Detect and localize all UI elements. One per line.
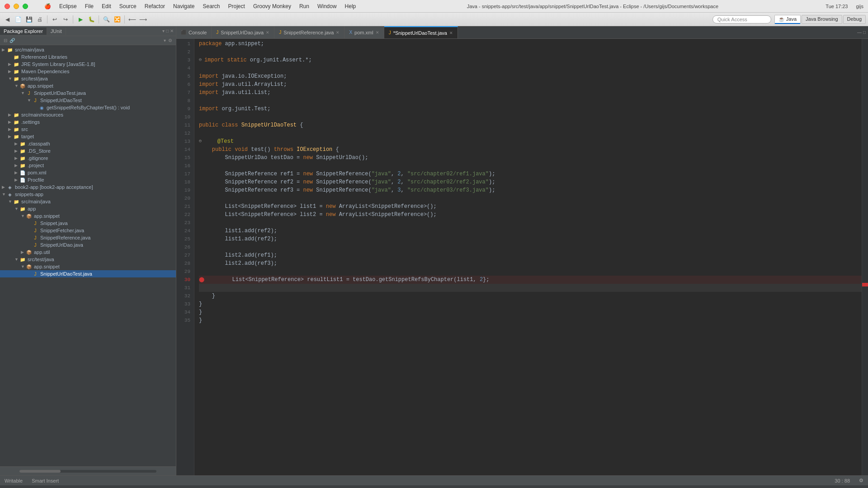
tree-item-23[interactable]: ▼📦app.snippet [0,212,176,220]
toolbar-save[interactable]: 💾 [24,14,34,24]
code-line-19[interactable]: SnippetReference ref3 = new SnippetRefer… [199,186,862,194]
tree-item-25[interactable]: JSnippetFetcher.java [0,227,176,234]
sidebar-close-icon[interactable]: ✕ [170,28,174,33]
tab-snippet-url-dao-test[interactable]: J *SnippetUrlDaoTest.java ✕ [384,26,458,38]
code-line-11[interactable]: public class SnippetUrlDaoTest { [199,121,862,129]
menu-help[interactable]: Help [341,2,360,10]
toolbar-undo[interactable]: ↩ [50,14,60,24]
code-line-4[interactable] [199,64,862,72]
code-line-14[interactable]: public void test() throws IOException { [199,145,862,154]
toolbar-fwd-nav[interactable]: ⟶ [138,14,148,24]
tree-item-24[interactable]: JSnippet.java [0,220,176,227]
menu-run[interactable]: Run [296,2,313,10]
tab-junit[interactable]: JUnit [47,28,66,35]
code-line-21[interactable]: List<SnippetReference> list1 = new Array… [199,202,862,211]
menu-navigate[interactable]: Navigate [170,2,198,10]
code-line-12[interactable] [199,129,862,137]
menu-edit[interactable]: Edit [98,2,115,10]
editor-minimize-icon[interactable]: — [857,30,862,35]
toolbar-search[interactable]: 🔍 [101,14,111,24]
fold-arrow-13[interactable]: ⊖ [199,137,204,145]
tree-item-6[interactable]: ▼JSnippetUrlDaoTest.java [0,89,176,97]
sidebar-maximize-icon[interactable]: □ [166,28,169,33]
menu-source[interactable]: Source [116,2,140,10]
tree-item-4[interactable]: ▼📁src/test/java [0,75,176,82]
code-line-32[interactable]: } [199,292,862,300]
tree-item-29[interactable]: ▼📁src/test/java [0,256,176,263]
sidebar-minimize-icon[interactable]: ▾ [162,28,165,33]
code-line-10[interactable] [199,113,862,121]
tree-item-18[interactable]: ▶📄Procfile [0,176,176,183]
menu-file[interactable]: File [81,2,97,10]
perspective-java[interactable]: ☕ Java [774,15,801,24]
tab-console[interactable]: ⬛ Console [176,26,212,38]
toolbar-new[interactable]: 📄 [13,14,23,24]
menu-eclipse[interactable]: Eclipse [56,2,80,10]
code-line-24[interactable]: list1.add(ref2); [199,227,862,235]
menu-refactor[interactable]: Refactor [141,2,169,10]
menu-search[interactable]: Search [199,2,223,10]
tree-item-3[interactable]: ▶📁Maven Dependencies [0,68,176,75]
toolbar-navigate[interactable]: 🔀 [112,14,122,24]
tree-item-21[interactable]: ▼📁src/main/java [0,198,176,205]
code-line-18[interactable]: SnippetReference ref2 = new SnippetRefer… [199,178,862,186]
code-line-31[interactable] [199,284,862,292]
code-line-23[interactable] [199,219,862,227]
code-line-16[interactable] [199,162,862,170]
tree-item-19[interactable]: ▶◈book2-app [book2-app acceptance] [0,183,176,191]
tab-snippet-reference[interactable]: J SnippetReference.java ✕ [274,26,344,38]
fold-arrow-3[interactable]: ⊖ [199,56,204,64]
code-line-25[interactable]: list1.add(ref2); [199,235,862,243]
code-line-2[interactable] [199,48,862,56]
tree-item-31[interactable]: JSnippetUrlDaoTest.java [0,270,176,277]
code-line-15[interactable]: SnippetUrlDao testDao = new SnippetUrlDa… [199,154,862,162]
editor-maximize-icon[interactable]: □ [863,30,866,35]
tree-item-20[interactable]: ▼◈snippets-app [0,191,176,198]
code-editor[interactable]: 1234567891011121314151617181920212223242… [176,39,868,475]
tree-item-30[interactable]: ▼📦app.snippet [0,263,176,270]
menu-project[interactable]: Project [225,2,249,10]
tree-item-28[interactable]: ▶📦app.util [0,249,176,256]
code-line-7[interactable]: import java.util.List; [199,89,862,97]
tree-item-13[interactable]: ▶📁.classpath [0,140,176,147]
code-line-30[interactable]: ⬤ List<SnippetReference> resultList1 = t… [199,276,862,284]
tree-item-1[interactable]: 📁Referenced Libraries [0,53,176,61]
tab-package-explorer[interactable]: Package Explorer [0,28,47,35]
tree-item-8[interactable]: ◉getSnippetRefsByChapterTest() : void [0,104,176,111]
tree-item-5[interactable]: ▼📦app.snippet [0,82,176,89]
minimize-button[interactable] [14,4,19,9]
tree-item-16[interactable]: ▶📁.project [0,162,176,169]
tree-item-0[interactable]: ▶📁src/main/java [0,46,176,53]
code-line-3[interactable]: ⊖ import static org.junit.Assert.*; [199,56,862,64]
code-line-35[interactable]: } [199,316,862,324]
toolbar-print[interactable]: 🖨 [35,14,45,24]
perspective-java-browsing[interactable]: Java Browsing [802,15,842,24]
tree-item-11[interactable]: ▶📁src [0,126,176,133]
code-line-8[interactable] [199,97,862,105]
maximize-button[interactable] [23,4,28,9]
sidebar-collapse-all[interactable]: ⊟ [4,38,7,43]
tree-item-14[interactable]: ▶📁.DS_Store [0,147,176,155]
code-line-28[interactable]: list2.add(ref3); [199,259,862,267]
tree-item-22[interactable]: ▼📁app [0,205,176,212]
tree-item-10[interactable]: ▶📁.settings [0,118,176,126]
tree-item-12[interactable]: ▶📁target [0,133,176,140]
toolbar-run[interactable]: ▶ [75,14,85,24]
code-line-22[interactable]: List<SnippetReference> list2 = new Array… [199,211,862,219]
tab-close-2[interactable]: ✕ [336,30,340,35]
toolbar-debug[interactable]: 🐛 [86,14,96,24]
perspective-debug[interactable]: Debug [843,15,866,24]
quick-access-field[interactable]: Quick Access [712,15,771,23]
tree-item-27[interactable]: JSnippetUrlDao.java [0,241,176,249]
sidebar-menu[interactable]: ▾ [164,38,166,43]
code-line-13[interactable]: ⊖ @Test [199,137,862,145]
settings-icon[interactable]: ⚙ [859,478,863,483]
tab-close-3[interactable]: ✕ [376,30,379,35]
tree-item-17[interactable]: ▶📄pom.xml [0,169,176,176]
tab-pom-xml[interactable]: X pom.xml ✕ [344,26,384,38]
tab-close-1[interactable]: ✕ [266,30,269,35]
code-line-33[interactable]: } [199,300,862,308]
tree-item-15[interactable]: ▶📁.gitignore [0,155,176,162]
menu-groovy[interactable]: Groovy Monkey [250,2,295,10]
tree-item-9[interactable]: ▶📁src/main/resources [0,111,176,118]
